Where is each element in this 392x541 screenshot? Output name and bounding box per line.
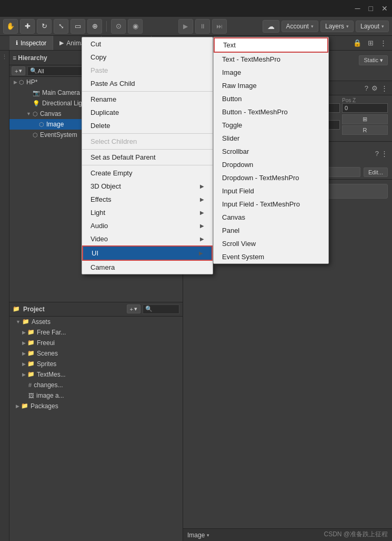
ui-submenu-item[interactable]: Dropdown [214, 158, 328, 171]
project-add-button[interactable]: + ▾ [127, 304, 140, 313]
ui-submenu-item[interactable]: Raw Image [214, 79, 328, 92]
close-button[interactable]: ✕ [381, 4, 388, 13]
title-bar: ─ □ ✕ [0, 0, 392, 17]
context-menu-item[interactable]: Camera [82, 261, 213, 274]
more-tabs-icon[interactable]: ⋮ [378, 38, 389, 48]
ui-submenu-item[interactable]: Scrollbar [214, 145, 328, 158]
project-tree-item[interactable]: #changes... [9, 380, 183, 390]
project-search-icon: 🔍 [145, 306, 153, 312]
watermark: CSDN @准备跌上征程 [324, 530, 388, 539]
inspector-icon: ℹ [16, 40, 18, 46]
static-dropdown[interactable]: Static ▾ [359, 55, 388, 65]
project-tree-item[interactable]: ▶📁Packages [9, 401, 183, 411]
ui-submenu-item[interactable]: Slider [214, 132, 328, 145]
add-tab-icon[interactable]: ⊞ [366, 38, 376, 48]
hand-tool-button[interactable]: ✋ [3, 19, 18, 34]
hierarchy-title: ≡ Hierarchy [13, 54, 47, 62]
center-pivot-button[interactable]: ⊙ [111, 19, 126, 34]
ui-submenu-item[interactable]: Toggle [214, 119, 328, 132]
move-tool-button[interactable]: ✚ [20, 19, 35, 34]
rotate-tool-button[interactable]: ↻ [37, 19, 52, 34]
context-menu-separator [82, 133, 213, 134]
context-menu-separator [82, 149, 213, 150]
account-dropdown[interactable]: Account ▾ [282, 21, 318, 32]
project-tree-item[interactable]: 🖼image a... [9, 390, 183, 401]
blueprint-icon[interactable]: ⊞ [342, 114, 388, 124]
material-more-icon[interactable]: ⋮ [381, 150, 388, 158]
context-menu-separator [82, 91, 213, 92]
context-menu-item[interactable]: Select Children [82, 135, 213, 148]
rect-settings-icon[interactable]: ⚙ [371, 84, 378, 92]
shader-edit-button[interactable]: Edit... [364, 168, 388, 177]
project-header: 📁 Project + ▾ 🔍 [9, 302, 183, 317]
project-folder-icon: 📁 [13, 306, 20, 312]
pos-z-field[interactable]: 0 [342, 103, 388, 113]
context-menu-item[interactable]: Create Empty [82, 166, 213, 180]
lock-icon[interactable]: 🔒 [351, 38, 364, 48]
play-button[interactable]: ▶ [178, 19, 193, 34]
project-tree-item[interactable]: ▼📁Assets [9, 317, 183, 327]
context-menu-item[interactable]: Delete [82, 119, 213, 132]
context-menu-item[interactable]: Paste As Child [82, 77, 213, 90]
context-menu-item[interactable]: Paste [82, 64, 213, 77]
context-menu-item[interactable]: Set as Default Parent [82, 151, 213, 164]
project-title: Project [23, 306, 45, 313]
ui-submenu-item[interactable]: Event System [214, 250, 328, 263]
ui-submenu-item[interactable]: Text - TextMeshPro [214, 53, 328, 66]
image-bar-arrow[interactable]: ▾ [207, 533, 209, 538]
hierarchy-search-icon: 🔍 [30, 67, 37, 74]
context-menu-item[interactable]: Light▶ [82, 206, 213, 219]
rect-tool-button[interactable]: ▭ [71, 19, 85, 34]
material-help-icon[interactable]: ? [375, 150, 379, 158]
ui-submenu-item[interactable]: Scroll View [214, 237, 328, 250]
project-tree-item[interactable]: ▶📁Freeui [9, 338, 183, 348]
context-menu-item[interactable]: 3D Object▶ [82, 180, 213, 193]
context-menu-item[interactable]: Cut [82, 37, 213, 51]
minimize-button[interactable]: ─ [355, 4, 360, 13]
step-button[interactable]: ⏭ [212, 19, 227, 34]
context-menu-item[interactable]: Copy [82, 51, 213, 64]
layers-dropdown[interactable]: Layers ▾ [320, 21, 354, 32]
project-tree-item[interactable]: ▶📁Sprites [9, 359, 183, 369]
hierarchy-add-button[interactable]: + ▾ [12, 66, 25, 75]
ui-submenu-item[interactable]: Panel [214, 224, 328, 237]
gutter-dots: ⋮ [2, 54, 7, 61]
rect-more-icon[interactable]: ⋮ [381, 84, 388, 92]
tab-inspector[interactable]: ℹ Inspector [9, 36, 53, 50]
image-bar-label: Image [187, 532, 205, 539]
context-menu-item[interactable]: Audio▶ [82, 219, 213, 232]
pause-button[interactable]: ⏸ [195, 19, 210, 34]
project-tree-item[interactable]: ▶📁TextMes... [9, 369, 183, 380]
scale-tool-button[interactable]: ⤡ [54, 19, 68, 34]
r-button[interactable]: R [342, 125, 388, 135]
ui-submenu-item[interactable]: Image [214, 66, 328, 79]
context-menu: CutCopyPastePaste As ChildRenameDuplicat… [82, 37, 213, 274]
ui-submenu-item[interactable]: Button - TextMeshPro [214, 105, 328, 119]
ui-submenu-item[interactable]: Button [214, 92, 328, 105]
ui-submenu-item[interactable]: Input Field [214, 184, 328, 198]
context-menu-item[interactable]: Duplicate [82, 106, 213, 119]
context-menu-arrow-icon: ▶ [199, 250, 203, 256]
rect-help-icon[interactable]: ? [365, 84, 368, 92]
transform-tool-button[interactable]: ⊕ [87, 19, 102, 34]
ui-submenu-item[interactable]: Input Field - TextMeshPro [214, 198, 328, 211]
ui-submenu: TextText - TextMeshProImageRaw ImageButt… [213, 37, 329, 264]
project-tree: ▼📁Assets▶📁Free Far...▶📁Freeui▶📁Scenes▶📁S… [9, 317, 183, 542]
context-menu-item[interactable]: Rename [82, 93, 213, 106]
layout-dropdown[interactable]: Layout ▾ [356, 21, 389, 32]
context-menu-arrow-icon: ▶ [200, 210, 204, 215]
local-global-button[interactable]: ◉ [128, 19, 143, 34]
context-menu-arrow-icon: ▶ [200, 236, 204, 242]
ui-submenu-item[interactable]: Text [214, 37, 328, 53]
context-menu-item[interactable]: UI▶ [82, 245, 213, 261]
context-menu-item[interactable]: Effects▶ [82, 193, 213, 206]
animation-icon: ▶ [59, 40, 64, 46]
left-gutter: ⋮ [0, 51, 9, 541]
project-tree-item[interactable]: ▶📁Scenes [9, 348, 183, 359]
ui-submenu-item[interactable]: Canvas [214, 211, 328, 224]
project-tree-item[interactable]: ▶📁Free Far... [9, 327, 183, 338]
ui-submenu-item[interactable]: Dropdown - TextMeshPro [214, 171, 328, 184]
cloud-button[interactable]: ☁ [263, 20, 279, 33]
maximize-button[interactable]: □ [369, 4, 373, 13]
context-menu-item[interactable]: Video▶ [82, 232, 213, 245]
